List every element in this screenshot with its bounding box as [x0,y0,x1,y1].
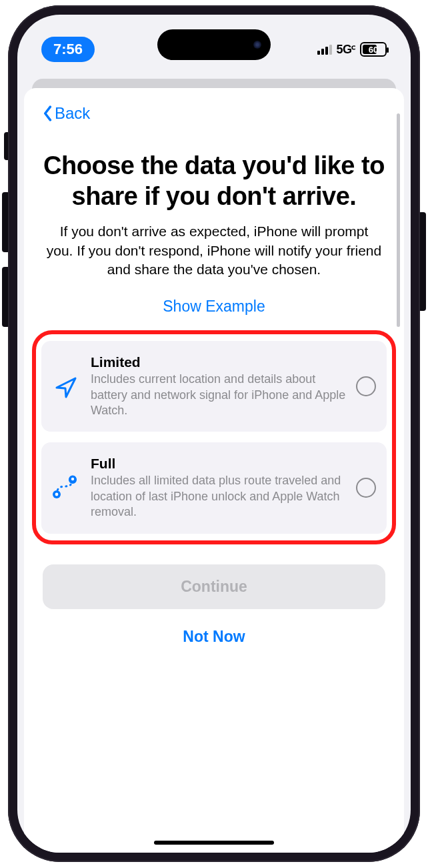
chevron-left-icon [43,105,52,121]
battery-icon: 60 [360,42,387,57]
option-limited-desc: Includes current location and details ab… [91,372,347,418]
option-limited[interactable]: Limited Includes current location and de… [41,341,387,432]
dynamic-island [157,29,271,60]
not-now-button[interactable]: Not Now [43,628,385,646]
page-title: Choose the data you'd like to share if y… [43,151,385,211]
option-full-radio[interactable] [356,478,376,498]
home-indicator[interactable] [154,841,274,845]
options-highlight-box: Limited Includes current location and de… [32,330,396,544]
continue-button[interactable]: Continue [43,564,385,609]
option-limited-title: Limited [91,354,347,370]
network-label: 5Gᶜ [336,42,356,57]
battery-level: 60 [361,45,385,55]
option-full-desc: Includes all limited data plus route tra… [91,473,347,520]
scroll-indicator[interactable] [397,113,400,327]
show-example-link[interactable]: Show Example [43,298,385,316]
option-limited-radio[interactable] [356,376,376,396]
back-label: Back [55,104,90,123]
option-full-title: Full [91,456,347,472]
phone-frame: 7:56 5Gᶜ 60 Back Choose the [8,5,420,862]
svg-point-1 [55,493,59,496]
option-full[interactable]: Full Includes all limited data plus rout… [41,442,387,533]
cellular-signal-icon [317,44,332,55]
modal-sheet: Back Choose the data you'd like to share… [24,88,404,853]
svg-point-3 [71,478,74,480]
status-time[interactable]: 7:56 [41,37,95,62]
page-subtitle: If you don't arrive as expected, iPhone … [43,222,385,279]
camera-dot [253,41,261,49]
location-arrow-icon [51,373,81,400]
screen: 7:56 5Gᶜ 60 Back Choose the [17,15,411,853]
route-icon [51,474,81,501]
back-button[interactable]: Back [43,104,90,123]
